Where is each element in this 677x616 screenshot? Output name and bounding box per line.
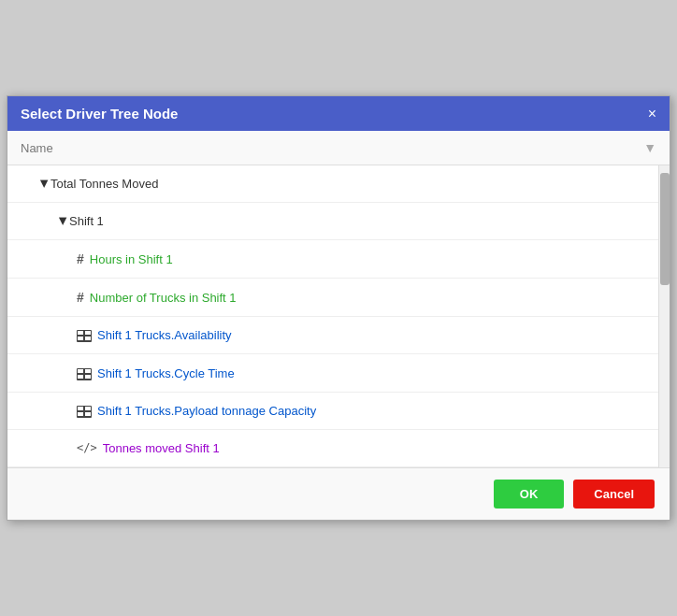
close-button[interactable]: × — [648, 107, 656, 122]
dialog-footer: OK Cancel — [7, 467, 670, 520]
expand-arrow: ◀ — [37, 180, 50, 188]
svg-rect-12 — [85, 407, 91, 410]
scrollbar-thumb[interactable] — [660, 173, 670, 285]
tree-content: ◀Total Tonnes Moved◀Shift 1#Hours in Shi… — [7, 165, 658, 466]
svg-rect-13 — [78, 412, 83, 416]
dialog-select-driver-tree: Select Driver Tree Node × ▼ ◀Total Tonne… — [7, 95, 670, 520]
ok-button[interactable]: OK — [494, 480, 565, 509]
tree-scrollbar-wrapper: ◀Total Tonnes Moved◀Shift 1#Hours in Shi… — [7, 165, 670, 466]
table-icon — [77, 365, 97, 380]
svg-rect-1 — [78, 331, 83, 335]
tree-item-label: Number of Trucks in Shift 1 — [90, 291, 237, 305]
tree-item-trucks-availability[interactable]: Shift 1 Trucks.Availability — [7, 317, 658, 354]
search-bar: ▼ — [7, 131, 670, 165]
tree-item-hours-shift1[interactable]: #Hours in Shift 1 — [7, 240, 658, 279]
tree-item-label: Hours in Shift 1 — [90, 252, 173, 266]
svg-rect-2 — [85, 331, 91, 335]
svg-rect-11 — [78, 407, 83, 410]
table-icon — [77, 404, 97, 418]
svg-rect-7 — [85, 369, 91, 373]
tree-item-label: Shift 1 Trucks.Cycle Time — [97, 366, 235, 380]
dialog-body: ▼ ◀Total Tonnes Moved◀Shift 1#Hours in S… — [7, 131, 670, 466]
filter-icon: ▼ — [643, 140, 656, 155]
svg-rect-3 — [78, 337, 83, 340]
code-icon: </> — [77, 441, 97, 454]
tree-item-trucks-payload[interactable]: Shift 1 Trucks.Payload tonnage Capacity — [7, 393, 658, 430]
tree-item-label: Shift 1 — [69, 214, 104, 228]
dialog-title: Select Driver Tree Node — [21, 106, 178, 122]
hash-icon: # — [77, 290, 90, 305]
svg-rect-6 — [78, 369, 83, 373]
table-icon — [77, 328, 97, 342]
svg-rect-4 — [85, 337, 91, 340]
svg-rect-9 — [85, 375, 91, 379]
tree-item-label: Shift 1 Trucks.Availability — [97, 328, 232, 342]
tree-item-trucks-cycle-time[interactable]: Shift 1 Trucks.Cycle Time — [7, 354, 658, 392]
svg-rect-14 — [85, 412, 91, 416]
tree-item-label: Shift 1 Trucks.Payload tonnage Capacity — [97, 404, 316, 418]
search-input[interactable] — [21, 141, 643, 155]
scrollbar-track[interactable] — [658, 165, 670, 466]
tree-item-tonnes-moved[interactable]: </>Tonnes moved Shift 1 — [7, 430, 658, 467]
tree-item-shift1[interactable]: ◀Shift 1 — [7, 203, 658, 240]
expand-arrow: ◀ — [56, 218, 68, 225]
tree-item-total-tonnes[interactable]: ◀Total Tonnes Moved — [7, 165, 658, 203]
tree-item-label: Tonnes moved Shift 1 — [103, 441, 220, 455]
tree-item-label: Total Tonnes Moved — [50, 177, 158, 191]
svg-rect-8 — [78, 375, 83, 379]
tree-item-num-trucks[interactable]: #Number of Trucks in Shift 1 — [7, 279, 658, 317]
dialog-titlebar: Select Driver Tree Node × — [7, 96, 670, 131]
hash-icon: # — [77, 251, 90, 266]
cancel-button[interactable]: Cancel — [573, 480, 655, 509]
